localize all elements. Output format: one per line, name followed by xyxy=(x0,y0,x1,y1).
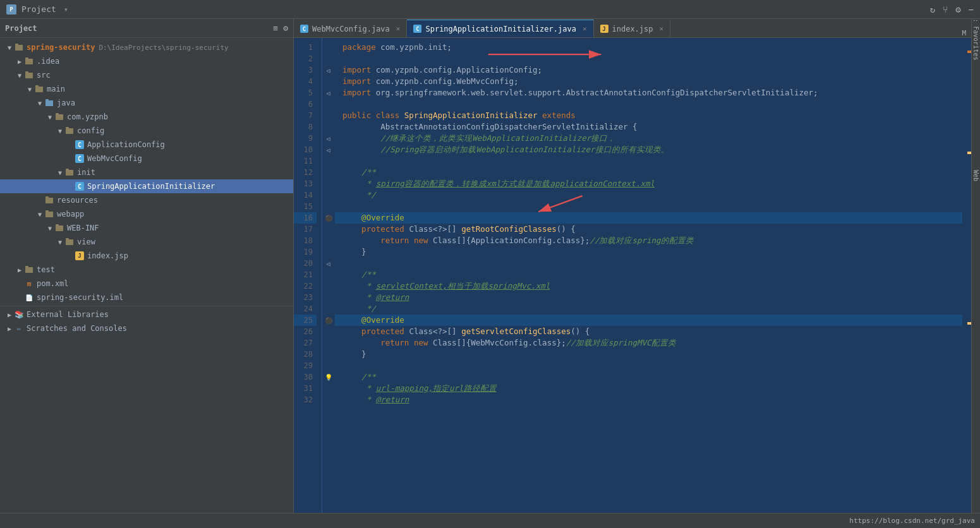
tab-index-jsp[interactable]: J index.jsp ✕ xyxy=(594,20,671,37)
branch-icon[interactable]: ⑂ xyxy=(943,4,948,15)
ln-31: 31 xyxy=(294,383,317,394)
ln-30: 30 xyxy=(294,371,317,383)
tree-icon-src xyxy=(24,70,34,80)
tree-label-src: src xyxy=(37,71,51,80)
svg-rect-2 xyxy=(25,59,33,64)
tree-item-webapp[interactable]: ▼ webapp xyxy=(0,207,293,221)
tab-close-WebMvcConfig[interactable]: ✕ xyxy=(396,25,401,33)
ln-5: 5 xyxy=(294,87,317,99)
minimize-icon[interactable]: − xyxy=(969,4,974,15)
code-content[interactable]: package com.yzpnb.init; import com.yzpnb… xyxy=(335,38,962,513)
sync-icon[interactable]: ↻ xyxy=(930,4,935,15)
settings-icon[interactable]: ⚙ xyxy=(955,4,960,15)
svg-rect-4 xyxy=(25,73,33,78)
tree-icon-main xyxy=(34,84,44,94)
tree-label-idea: .idea xyxy=(37,57,59,66)
gutter-item-15 xyxy=(322,201,334,212)
code-line-8: AbstractAnnotationConfigDispatcherServle… xyxy=(335,121,962,133)
maven-icon[interactable]: M xyxy=(962,29,966,37)
code-line-19: } xyxy=(335,246,962,258)
tree-icon-config xyxy=(64,126,75,136)
right-gutter-mark-1[interactable] xyxy=(967,51,971,53)
sidebar-title: Project xyxy=(5,24,37,33)
window-title: Project xyxy=(21,4,56,14)
tree-icon-spring-security xyxy=(14,42,24,52)
tab-close-SpringApplicationInitializer[interactable]: ✕ xyxy=(583,25,587,33)
tree-item-init[interactable]: ▼ init xyxy=(0,165,293,179)
gutter-item-31 xyxy=(322,383,334,394)
tree-icon-scratches-consoles: ✏ xyxy=(14,323,24,333)
tab-close-index-jsp[interactable]: ✕ xyxy=(660,25,664,33)
ln-23: 23 xyxy=(294,292,317,303)
tree-item-spring-security-iml[interactable]: 📄 spring-security.iml xyxy=(0,291,293,304)
tree-item-main[interactable]: ▼ main xyxy=(0,82,293,96)
right-gutter-mark-3[interactable] xyxy=(967,322,971,325)
tree-item-test[interactable]: ▶ test xyxy=(0,263,293,277)
tree-item-external-libraries[interactable]: ▶ 📚 External Libraries xyxy=(0,308,293,321)
ln-2: 2 xyxy=(294,53,317,64)
ln-3: 3 xyxy=(294,64,317,76)
tree-label-test: test xyxy=(37,265,55,274)
tree-item-SpringApplicationInitializer[interactable]: C SpringApplicationInitializer xyxy=(0,179,293,193)
tree-item-java[interactable]: ▼ java xyxy=(0,96,293,110)
gutter-item-25: ⚫ xyxy=(322,315,334,326)
window-dropdown-arrow[interactable]: ▾ xyxy=(64,5,68,14)
svg-rect-1 xyxy=(15,44,18,45)
tree-item-com-yzpnb[interactable]: ▼ com.yzpnb xyxy=(0,110,293,124)
tab-WebMvcConfig[interactable]: C WebMvcConfig.java ✕ xyxy=(294,20,407,37)
tab-label-SpringApplicationInitializer: SpringApplicationInitializer.java xyxy=(425,25,576,33)
ln-24: 24 xyxy=(294,303,317,315)
sidebar-header: Project ≡ ⚙ xyxy=(0,19,293,38)
tree-item-config[interactable]: ▼ config xyxy=(0,124,293,138)
gutter-item-18 xyxy=(322,235,334,246)
tree-item-view[interactable]: ▼ view xyxy=(0,235,293,249)
code-line-27: return new Class[]{WebMvcConfig.class};/… xyxy=(335,337,962,349)
gutter-item-4 xyxy=(322,76,334,87)
tree-icon-idea xyxy=(24,56,34,66)
code-line-12: /** xyxy=(335,167,962,178)
gutter-item-23 xyxy=(322,292,334,303)
ln-28: 28 xyxy=(294,349,317,360)
tab-icon-SpringApplicationInitializer: C xyxy=(413,25,421,33)
gutter-item-13 xyxy=(322,178,334,189)
tree-item-index-jsp[interactable]: J index.jsp xyxy=(0,249,293,263)
tree-item-pom-xml[interactable]: m pom.xml xyxy=(0,277,293,291)
tree-item-WebMvcConfig[interactable]: C WebMvcConfig xyxy=(0,152,293,165)
tree-item-idea[interactable]: ▶ .idea xyxy=(0,54,293,68)
ln-20: 20 xyxy=(294,258,317,269)
tree-item-spring-security[interactable]: ▼ spring-security D:\IdeaProjects\spring… xyxy=(0,40,293,54)
svg-rect-19 xyxy=(45,210,49,212)
tree-arrow-src: ▼ xyxy=(15,72,24,79)
tree-label-ApplicationConfig: ApplicationConfig xyxy=(87,140,165,149)
code-line-24: */ xyxy=(335,303,962,315)
svg-rect-3 xyxy=(25,57,28,59)
code-line-3: import com.yzpnb.config.ApplicationConfi… xyxy=(335,64,962,76)
svg-rect-0 xyxy=(15,45,23,51)
gutter-item-11 xyxy=(322,155,334,167)
code-line-26: protected Class<?>[] getServletConfigCla… xyxy=(335,326,962,337)
gutter-item-16: ⚫ xyxy=(322,212,334,224)
svg-rect-23 xyxy=(66,238,69,240)
tree-arrow-webapp: ▼ xyxy=(35,211,44,218)
tree-label-resources: resources xyxy=(57,196,98,205)
tree-item-src[interactable]: ▼ src xyxy=(0,68,293,82)
code-line-25: @Override xyxy=(335,315,962,326)
gutter-item-14 xyxy=(322,189,334,201)
sidebar-settings-icon[interactable]: ⚙ xyxy=(283,23,288,33)
gutter-item-17 xyxy=(322,224,334,235)
tree-item-scratches-consoles[interactable]: ▶ ✏ Scratches and Consoles xyxy=(0,321,293,335)
code-line-22: * servletContext,相当于加载springMvc.xml xyxy=(335,280,962,292)
gutter-item-12 xyxy=(322,167,334,178)
status-url: https://blog.csdn.net/grd_java xyxy=(849,517,975,525)
tree-icon-SpringApplicationInitializer: C xyxy=(75,181,85,191)
tree-arrow-WEB-INF: ▼ xyxy=(45,225,54,232)
sidebar-collapse-icon[interactable]: ≡ xyxy=(273,23,278,33)
tree-item-ApplicationConfig[interactable]: C ApplicationConfig xyxy=(0,138,293,152)
tree-label-config: config xyxy=(77,126,104,135)
gutter-item-9: ◁ xyxy=(322,133,334,144)
tree-icon-view xyxy=(64,237,75,247)
tree-item-WEB-INF[interactable]: ▼ WEB-INF xyxy=(0,221,293,235)
tab-SpringApplicationInitializer[interactable]: C SpringApplicationInitializer.java ✕ xyxy=(407,20,593,37)
tree-item-resources[interactable]: resources xyxy=(0,193,293,207)
right-gutter-mark-2[interactable] xyxy=(967,152,971,154)
